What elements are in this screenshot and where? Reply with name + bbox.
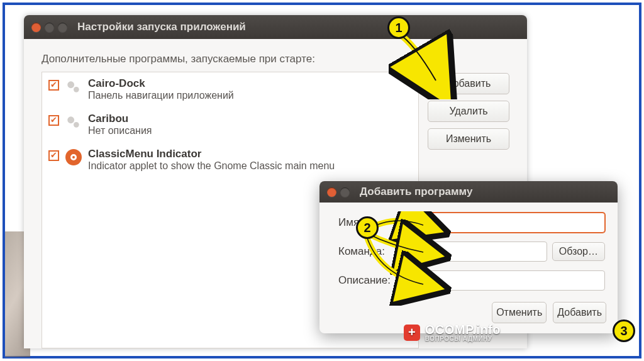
- list-item[interactable]: Caribou Нет описания: [42, 108, 418, 143]
- svg-point-0: [67, 81, 74, 88]
- add-program-dialog: Добавить программу Имя: Команда: Обзор… …: [319, 181, 618, 333]
- edit-button[interactable]: Изменить: [428, 128, 509, 150]
- annotation-badge: 1: [387, 16, 410, 39]
- titlebar: Настройки запуска приложений: [24, 15, 527, 39]
- plus-icon: +: [404, 325, 420, 341]
- close-icon[interactable]: [327, 187, 336, 197]
- close-icon[interactable]: [31, 23, 41, 32]
- screenshot-frame: Настройки запуска приложений Дополнитель…: [3, 3, 641, 358]
- list-item[interactable]: Cairo-Dock Панель навигации приложений: [42, 72, 418, 108]
- gears-icon: [65, 79, 82, 95]
- svg-point-3: [74, 122, 79, 128]
- remove-button[interactable]: Удалить: [428, 101, 509, 122]
- checkbox-icon[interactable]: [48, 115, 59, 126]
- command-label: Команда:: [338, 245, 408, 258]
- watermark-tagline: ВОПРОСЫ АДМИНУ: [425, 335, 501, 342]
- window-title: Настройки запуска приложений: [77, 21, 246, 33]
- annotation-badge: 3: [613, 319, 635, 342]
- dialog-title: Добавить программу: [360, 186, 472, 198]
- item-desc: Нет описания: [88, 125, 152, 136]
- maximize-icon[interactable]: [340, 187, 350, 197]
- list-item[interactable]: ClassicMenu Indicator Indicator applet t…: [42, 143, 418, 178]
- checkbox-icon[interactable]: [48, 150, 59, 161]
- item-title: ClassicMenu Indicator: [88, 148, 335, 160]
- maximize-icon[interactable]: [58, 23, 67, 32]
- checkbox-icon[interactable]: [48, 80, 59, 91]
- dialog-add-button[interactable]: Добавить: [553, 302, 606, 323]
- item-desc: Indicator applet to show the Gnome Class…: [88, 160, 335, 172]
- command-input[interactable]: [413, 242, 547, 262]
- item-desc: Панель навигации приложений: [88, 90, 234, 101]
- name-input[interactable]: [413, 213, 605, 233]
- svg-point-2: [67, 116, 74, 123]
- description-input[interactable]: [413, 270, 605, 291]
- watermark: + OCOMP.info ВОПРОСЫ АДМИНУ: [404, 323, 501, 342]
- item-title: Caribou: [88, 113, 152, 125]
- ubuntu-icon: [65, 149, 82, 165]
- minimize-icon[interactable]: [45, 23, 54, 32]
- annotation-badge: 2: [356, 216, 379, 239]
- browse-button[interactable]: Обзор…: [552, 242, 605, 261]
- item-title: Cairo-Dock: [88, 77, 234, 90]
- add-button[interactable]: Добавить: [428, 73, 509, 94]
- dialog-titlebar: Добавить программу: [319, 181, 618, 203]
- watermark-site: OCOMP.info: [425, 323, 501, 336]
- cancel-button[interactable]: Отменить: [492, 302, 547, 323]
- gears-icon: [65, 114, 82, 130]
- svg-point-1: [74, 87, 79, 92]
- section-heading: Дополнительные программы, запускаемые пр…: [42, 53, 509, 65]
- description-label: Описание:: [338, 274, 408, 287]
